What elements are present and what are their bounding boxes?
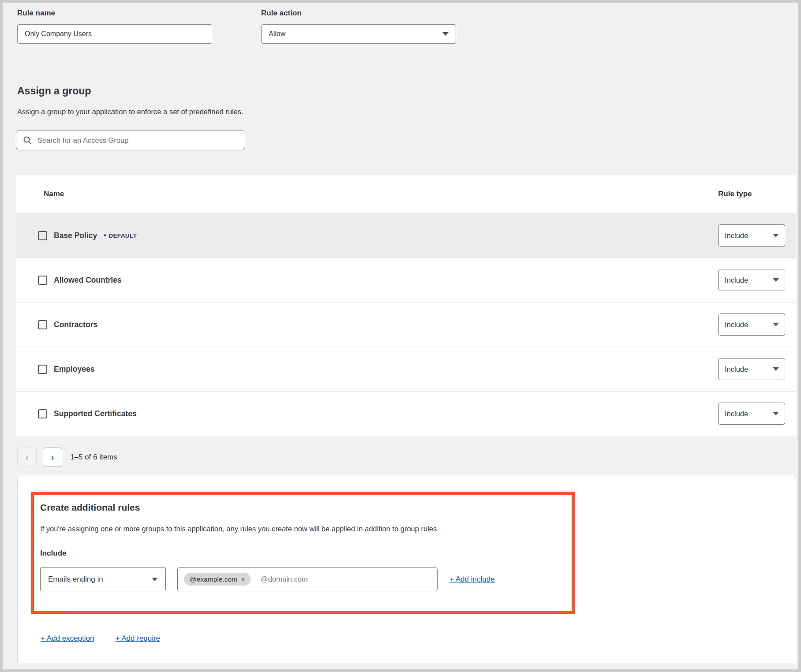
chevron-down-icon (773, 278, 779, 282)
email-input-placeholder: @domain.com (261, 575, 308, 583)
email-chip: @example.com × (184, 573, 251, 586)
add-exception-link[interactable]: + Add exception (41, 634, 94, 643)
rule-name-field-group: Rule name Only Company Users (17, 9, 212, 44)
additional-rules-description: If you're assigning one or more groups t… (40, 525, 563, 533)
default-badge: • DEFAULT (104, 232, 137, 239)
assign-group-title: Assign a group (17, 85, 798, 97)
table-row: Base Policy • DEFAULT Include (16, 213, 796, 258)
email-domain-input[interactable]: @example.com × @domain.com (177, 567, 438, 591)
rule-name-value: Only Company Users (25, 30, 92, 38)
group-table-body: Base Policy • DEFAULT Include Allowed Co… (16, 213, 796, 436)
row-checkbox[interactable] (38, 231, 47, 240)
table-row: Contractors Include (16, 302, 796, 347)
rule-name-label: Rule name (17, 9, 212, 18)
search-placeholder: Search for an Access Group (37, 136, 128, 145)
chevron-left-icon: ‹ (26, 453, 29, 462)
chevron-right-icon: › (51, 453, 54, 462)
row-name: Employees (54, 365, 94, 374)
rule-type-select[interactable]: Include (718, 224, 785, 246)
additional-rules-title: Create additional rules (40, 502, 563, 513)
badge-dot-icon: • (104, 232, 106, 239)
rule-action-select[interactable]: Allow (261, 24, 456, 44)
table-row: Allowed Countries Include (16, 258, 796, 302)
rule-type-select[interactable]: Include (718, 269, 785, 291)
next-page-button[interactable]: › (43, 448, 62, 467)
page: Rule name Only Company Users Rule action… (0, 0, 801, 672)
additional-rules-card: Create additional rules If you're assign… (17, 475, 796, 663)
table-row: Employees Include (16, 347, 796, 391)
chevron-down-icon (442, 32, 449, 36)
chevron-down-icon (773, 234, 779, 237)
highlighted-section: Create additional rules If you're assign… (31, 492, 575, 614)
table-row: Supported Certificates Include (16, 391, 796, 436)
chevron-down-icon (773, 323, 779, 326)
include-rule-row: Emails ending in @example.com × @domain.… (40, 567, 563, 591)
column-header-name: Name (44, 190, 64, 198)
include-label: Include (40, 549, 563, 558)
row-name: Supported Certificates (54, 409, 137, 418)
chevron-down-icon (152, 578, 158, 581)
pagination-label: 1–5 of 6 items (70, 453, 117, 462)
rule-name-input[interactable]: Only Company Users (17, 24, 212, 44)
rule-selector-select[interactable]: Emails ending in (40, 567, 166, 591)
footer-links: + Add exception + Add require (41, 634, 796, 643)
email-chip-label: @example.com (190, 575, 237, 583)
rule-action-value: Allow (269, 30, 285, 38)
rule-selector-value: Emails ending in (48, 575, 103, 584)
row-checkbox[interactable] (38, 320, 47, 329)
rule-type-select[interactable]: Include (718, 403, 785, 425)
rule-type-select[interactable]: Include (718, 314, 785, 336)
rule-type-select[interactable]: Include (718, 358, 785, 380)
assign-group-description: Assign a group to your application to en… (17, 108, 798, 116)
add-require-link[interactable]: + Add require (115, 634, 160, 643)
prev-page-button[interactable]: ‹ (17, 448, 37, 467)
search-icon (23, 136, 32, 145)
pagination: ‹ › 1–5 of 6 items (17, 448, 798, 467)
chevron-down-icon (773, 367, 779, 371)
chevron-down-icon (773, 412, 779, 415)
access-group-search-input[interactable]: Search for an Access Group (16, 130, 245, 150)
column-header-rule-type: Rule type (718, 190, 785, 198)
table-header: Name Rule type (16, 175, 796, 213)
row-checkbox[interactable] (38, 276, 47, 285)
row-name: Base Policy (54, 231, 97, 240)
row-checkbox[interactable] (38, 365, 47, 374)
row-name: Contractors (54, 320, 97, 329)
rule-action-label: Rule action (261, 9, 456, 18)
rule-action-field-group: Rule action Allow (261, 9, 456, 44)
add-include-link[interactable]: + Add include (449, 575, 495, 583)
remove-chip-icon[interactable]: × (241, 576, 245, 583)
row-checkbox[interactable] (38, 409, 47, 418)
row-name: Allowed Countries (54, 276, 122, 285)
access-group-table: Name Rule type Base Policy • DEFAULT Inc… (16, 175, 796, 436)
rule-form: Rule name Only Company Users Rule action… (17, 9, 798, 44)
